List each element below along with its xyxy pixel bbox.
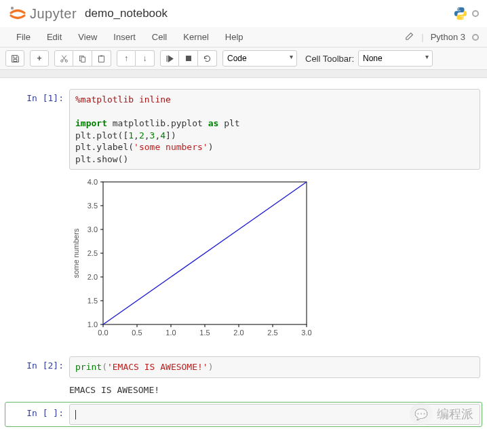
notebook-header: Jupyter demo_notebook <box>0 0 487 27</box>
stdout-text: EMACS IS AWESOME! <box>69 381 480 399</box>
code-input[interactable]: %matplotlib inline import matplotlib.pyp… <box>69 89 480 170</box>
run-button[interactable] <box>160 50 179 67</box>
menu-help[interactable]: Help <box>217 28 252 46</box>
svg-text:3.5: 3.5 <box>87 202 98 210</box>
input-prompt: In [ ]: <box>7 404 69 426</box>
restart-button[interactable] <box>198 50 217 67</box>
kernel-status-indicator <box>472 10 479 17</box>
menu-cell[interactable]: Cell <box>144 28 175 46</box>
save-button[interactable] <box>5 50 24 67</box>
svg-text:1.0: 1.0 <box>165 329 176 337</box>
svg-text:1.5: 1.5 <box>199 329 210 337</box>
cell-toolbar-select[interactable]: None <box>358 50 433 67</box>
svg-text:2.0: 2.0 <box>87 273 98 281</box>
move-up-button[interactable]: ↑ <box>117 50 136 67</box>
watermark-text: 编程派 <box>437 406 473 422</box>
cell-toolbar-label: Cell Toolbar: <box>305 54 354 64</box>
kernel-name[interactable]: Python 3 <box>431 32 465 42</box>
svg-point-1 <box>458 8 459 10</box>
paste-button[interactable] <box>92 50 111 67</box>
menu-file[interactable]: File <box>8 28 39 46</box>
svg-text:0.0: 0.0 <box>98 329 108 337</box>
edit-icon[interactable] <box>405 31 414 43</box>
svg-text:3.0: 3.0 <box>87 225 98 234</box>
svg-text:0.5: 0.5 <box>132 329 142 337</box>
jupyter-logo-icon <box>8 4 27 23</box>
cell-type-select[interactable]: Code <box>222 50 297 67</box>
code-cell[interactable]: In [1]: %matplotlib inline import matplo… <box>7 89 480 170</box>
watermark: 💬 编程派 <box>410 403 473 426</box>
jupyter-logo[interactable]: Jupyter <box>8 4 77 23</box>
svg-text:1.5: 1.5 <box>87 297 98 305</box>
code-input[interactable]: print('EMACS IS AWESOME!') <box>69 356 480 378</box>
svg-text:2.5: 2.5 <box>267 329 277 337</box>
svg-rect-6 <box>81 57 85 62</box>
code-cell[interactable]: In [2]: print('EMACS IS AWESOME!') <box>7 356 480 378</box>
output-area: EMACS IS AWESOME! <box>7 381 480 399</box>
menu-kernel[interactable]: Kernel <box>175 28 217 46</box>
menu-view[interactable]: View <box>70 28 105 46</box>
menu-edit[interactable]: Edit <box>39 28 70 46</box>
jupyter-logo-text: Jupyter <box>30 6 77 22</box>
input-prompt: In [1]: <box>7 89 69 170</box>
matplotlib-chart: 0.00.51.01.52.02.53.01.01.52.02.53.03.54… <box>69 175 313 345</box>
copy-button[interactable] <box>73 50 92 67</box>
menu-insert[interactable]: Insert <box>105 28 144 46</box>
add-cell-button[interactable]: + <box>30 50 49 67</box>
input-prompt: In [2]: <box>7 356 69 378</box>
notebook-name[interactable]: demo_notebook <box>85 7 168 20</box>
kernel-status-dot <box>472 34 479 41</box>
toolbar: + ↑ ↓ Code Cell Toolbar: None <box>0 48 487 70</box>
notebook-container: In [1]: %matplotlib inline import matplo… <box>0 78 487 438</box>
cut-button[interactable] <box>54 50 73 67</box>
svg-rect-9 <box>186 56 191 61</box>
menubar: File Edit View Insert Cell Kernel Help |… <box>0 27 487 48</box>
python-logo-icon <box>453 6 468 21</box>
svg-text:1.0: 1.0 <box>87 320 98 329</box>
svg-text:2.5: 2.5 <box>87 249 98 257</box>
svg-text:3.0: 3.0 <box>301 329 311 337</box>
move-down-button[interactable]: ↓ <box>136 50 155 67</box>
svg-text:some numbers: some numbers <box>72 228 80 278</box>
watermark-icon: 💬 <box>410 403 433 426</box>
svg-text:4.0: 4.0 <box>87 178 98 186</box>
svg-rect-7 <box>98 56 104 62</box>
stop-button[interactable] <box>179 50 198 67</box>
svg-text:2.0: 2.0 <box>233 329 244 337</box>
output-area: 0.00.51.01.52.02.53.01.01.52.02.53.03.54… <box>7 172 480 354</box>
svg-point-2 <box>462 18 463 19</box>
svg-point-0 <box>11 7 14 10</box>
svg-rect-8 <box>100 55 102 56</box>
